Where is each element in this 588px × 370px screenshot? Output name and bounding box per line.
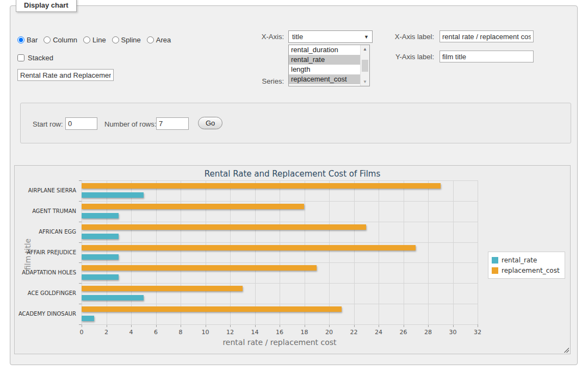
series-option-length[interactable]: length (289, 65, 360, 74)
y-gridline (82, 242, 478, 243)
bar-rental_rate-airplane-sierra[interactable] (82, 192, 144, 198)
x-tick-label: 20 (325, 329, 333, 336)
chart-type-label-spline: Spline (121, 36, 141, 44)
chart-type-option-column[interactable]: Column (44, 36, 77, 44)
stacked-option[interactable]: Stacked (17, 54, 53, 62)
chart-type-option-spline[interactable]: Spline (112, 36, 141, 44)
x-gridline (156, 180, 157, 324)
y-gridline (82, 180, 478, 181)
x-gridline (329, 180, 330, 324)
bar-replacement_cost-agent-truman[interactable] (82, 204, 304, 209)
x-gridline (478, 180, 478, 324)
x-tick-label: 14 (251, 329, 259, 336)
plot-area: 02468101214161820222426283032AIRPLANE SI… (82, 180, 478, 324)
bar-replacement_cost-affair-prejudice[interactable] (82, 245, 416, 250)
y-axis-label-label: Y-Axis label: (384, 53, 434, 61)
legend-item-rental_rate[interactable]: rental_rate (492, 255, 560, 265)
y-tickmark (79, 222, 82, 222)
bar-replacement_cost-academy-dinosaur[interactable] (82, 306, 342, 312)
chart-x-axis-title: rental rate / replacement cost (82, 338, 478, 347)
x-gridline (82, 180, 82, 324)
chart-container: Rental Rate and Replacement Cost of Film… (14, 165, 571, 354)
stacked-label: Stacked (28, 54, 53, 62)
x-gridline (404, 180, 404, 324)
bar-rental_rate-academy-dinosaur[interactable] (82, 316, 94, 321)
stacked-checkbox[interactable] (17, 54, 24, 61)
bar-rental_rate-african-egg[interactable] (82, 234, 119, 239)
bar-replacement_cost-adaptation-holes[interactable] (82, 265, 317, 271)
y-gridline (82, 222, 478, 222)
series-option-rental_rate[interactable]: rental_rate (289, 55, 360, 65)
series-option-rental_duration[interactable]: rental_duration (289, 45, 360, 55)
chart-type-option-area[interactable]: Area (147, 36, 171, 44)
x-tick-label: 12 (226, 329, 234, 336)
x-axis-select-label: X-Axis: (244, 33, 284, 41)
x-tick-label: 30 (449, 329, 457, 336)
chevron-down-icon: ▼ (364, 34, 369, 40)
x-tick-label: 6 (154, 329, 158, 336)
x-tick-label: 10 (202, 329, 209, 336)
resize-handle-icon[interactable] (563, 347, 569, 353)
go-button[interactable]: Go (198, 117, 222, 129)
x-axis-selected-value: title (292, 33, 364, 41)
chart-type-radio-bar[interactable] (17, 36, 24, 43)
chart-type-radio-line[interactable] (83, 36, 90, 43)
scrollbar-down-icon[interactable]: ▼ (361, 78, 369, 86)
x-gridline (230, 180, 231, 324)
bar-replacement_cost-ace-goldfinger[interactable] (82, 286, 243, 291)
x-gridline (379, 180, 379, 324)
legend-swatch-icon (492, 267, 498, 274)
x-gridline (428, 180, 429, 324)
category-label: AIRPLANE SIERRA (12, 187, 76, 193)
y-tickmark (79, 180, 82, 181)
legend-item-replacement_cost[interactable]: replacement_cost (492, 265, 560, 275)
start-row-input[interactable] (65, 117, 97, 130)
chart-type-option-bar[interactable]: Bar (17, 36, 38, 44)
x-gridline (206, 180, 206, 324)
bar-replacement_cost-african-egg[interactable] (82, 224, 366, 230)
bar-rental_rate-ace-goldfinger[interactable] (82, 295, 144, 300)
chart-type-label-line: Line (92, 36, 106, 44)
legend-label: rental_rate (502, 256, 537, 264)
y-tickmark (79, 283, 82, 284)
x-gridline (280, 180, 280, 324)
bar-rental_rate-adaptation-holes[interactable] (82, 274, 119, 280)
chart-type-radio-area[interactable] (147, 36, 154, 43)
x-tick-label: 32 (474, 329, 481, 336)
chart-title-input[interactable] (17, 69, 114, 81)
bar-rental_rate-affair-prejudice[interactable] (82, 254, 119, 260)
y-tickmark (79, 304, 82, 304)
x-tickmark (478, 324, 478, 327)
x-gridline (354, 180, 355, 324)
chart-legend: rental_ratereplacement_cost (488, 252, 565, 279)
chart-type-option-line[interactable]: Line (83, 36, 106, 44)
x-tick-label: 22 (350, 329, 358, 336)
scrollbar-thumb[interactable] (362, 60, 368, 72)
x-axis-label-input[interactable] (440, 30, 534, 42)
y-gridline (82, 324, 478, 325)
rows-panel: Start row: Number of rows: Go (20, 103, 571, 143)
chart-type-label-column: Column (53, 36, 77, 44)
x-gridline (453, 180, 454, 324)
series-listbox[interactable]: rental_durationrental_ratelengthreplacem… (288, 45, 370, 86)
series-option-replacement_cost[interactable]: replacement_cost (289, 74, 360, 84)
x-gridline (131, 180, 132, 324)
series-scrollbar[interactable]: ▲ ▼ (360, 45, 369, 86)
series-options: rental_durationrental_ratelengthreplacem… (289, 45, 360, 86)
chart-type-radio-spline[interactable] (112, 36, 119, 43)
bar-replacement_cost-airplane-sierra[interactable] (82, 183, 441, 189)
x-tick-label: 28 (424, 329, 432, 336)
num-rows-label: Number of rows: (104, 120, 156, 128)
bar-rental_rate-agent-truman[interactable] (82, 213, 119, 218)
y-tickmark (79, 242, 82, 243)
y-axis-label-input[interactable] (440, 51, 534, 62)
fieldset-legend: Display chart (16, 0, 77, 12)
x-tick-label: 0 (80, 329, 84, 336)
x-tick-label: 4 (129, 329, 133, 336)
x-axis-select[interactable]: title ▼ (288, 30, 373, 43)
num-rows-input[interactable] (156, 117, 189, 130)
chart-type-radio-column[interactable] (44, 36, 51, 43)
scrollbar-up-icon[interactable]: ▲ (361, 45, 369, 53)
category-label: AFRICAN EGG (12, 229, 76, 235)
x-tick-label: 2 (104, 329, 108, 336)
